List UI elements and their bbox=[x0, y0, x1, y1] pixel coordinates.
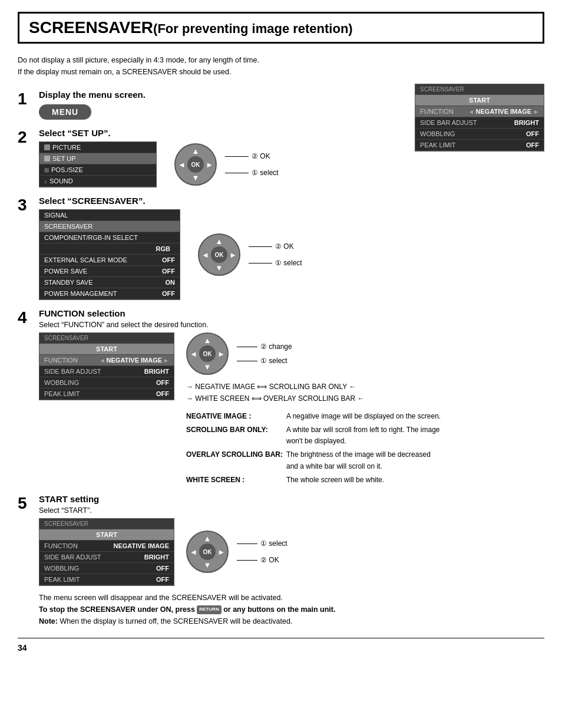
step-number-1: 1 bbox=[18, 91, 39, 107]
func-arrows: → NEGATIVE IMAGE ⟺ SCROLLING BAR ONLY ← … bbox=[186, 381, 544, 405]
step5-notes: The menu screen will disappear and the S… bbox=[39, 592, 544, 627]
step-4-subtitle: Select “FUNCTION” and select the desired… bbox=[39, 321, 544, 329]
step-number-3: 3 bbox=[18, 197, 39, 213]
step4-callouts: ② change ① select bbox=[237, 341, 292, 367]
step5-callouts: ① select ② OK bbox=[237, 538, 287, 566]
step-5-title: START setting bbox=[39, 494, 544, 504]
step4-right: ▲ ▼ ◄ ► OK ② change bbox=[186, 332, 544, 486]
nav-controller: ▲ ▼ ◄ ► OK bbox=[174, 143, 217, 186]
step4-menu: SCREENSAVER START FUNCTION ◄ NEGATIVE IM… bbox=[39, 332, 174, 400]
step-2-title: Select “SET UP”. bbox=[39, 128, 403, 138]
step-3-title: Select “SCREENSAVER”. bbox=[39, 196, 544, 206]
step3-nav: ▲ ▼ ◄ ► OK ② OK bbox=[198, 233, 302, 276]
nav-controller-3: ▲ ▼ ◄ ► OK bbox=[198, 233, 240, 276]
step-3: 3 Select “SCREENSAVER”. SIGNAL SCREENSAV… bbox=[18, 196, 544, 300]
func-descriptions: NEGATIVE IMAGE : A negative image will b… bbox=[186, 411, 544, 486]
step5-nav-area: ▲ ▼ ◄ ► OK ① select bbox=[186, 531, 287, 573]
step-5: 5 START setting Select “START”. SCREENSA… bbox=[18, 494, 544, 627]
step-4-title: FUNCTION selection bbox=[39, 308, 544, 318]
step-1-title: Display the menu screen. bbox=[39, 90, 403, 100]
step3-menu: SIGNAL SCREENSAVER COMPONENT/RGB-IN SELE… bbox=[39, 209, 180, 300]
step4-nav-area: ▲ ▼ ◄ ► OK ② change bbox=[186, 332, 544, 375]
step-1: 1 Display the menu screen. MENU bbox=[18, 90, 403, 120]
nav-controller-5: ▲ ▼ ◄ ► OK bbox=[186, 531, 229, 573]
intro-text: Do not display a still picture, especial… bbox=[18, 54, 544, 78]
step-number-4: 4 bbox=[18, 309, 39, 326]
ref-screensaver-box: SCREENSAVER START FUNCTION ◄ NEGATIVE IM… bbox=[415, 84, 544, 151]
step5-menu: SCREENSAVER START FUNCTION NEGATIVE IMAG… bbox=[39, 518, 174, 586]
step-4: 4 FUNCTION selection Select “FUNCTION” a… bbox=[18, 308, 544, 486]
step-5-subtitle: Select “START”. bbox=[39, 506, 544, 515]
page-title: SCREENSAVER (For preventing image retent… bbox=[18, 12, 544, 44]
step-number-2: 2 bbox=[18, 129, 39, 146]
step2-menu: PICTURE SET UP ⊞ POS./SIZE bbox=[39, 141, 157, 187]
step2-callouts: ② OK ① select bbox=[225, 150, 279, 179]
step-2: 2 Select “SET UP”. PICTURE SET UP bbox=[18, 128, 403, 187]
step2-nav: ▲ ▼ ◄ ► OK ② OK bbox=[174, 143, 279, 186]
return-button-icon: RETURN bbox=[197, 605, 221, 614]
menu-pill: MENU bbox=[39, 104, 91, 120]
nav-controller-4: ▲ ▼ ◄ ► OK bbox=[186, 332, 229, 375]
page-number: 34 bbox=[18, 638, 544, 653]
step-number-5: 5 bbox=[18, 495, 39, 512]
step3-callouts: ② OK ① select bbox=[249, 241, 302, 269]
